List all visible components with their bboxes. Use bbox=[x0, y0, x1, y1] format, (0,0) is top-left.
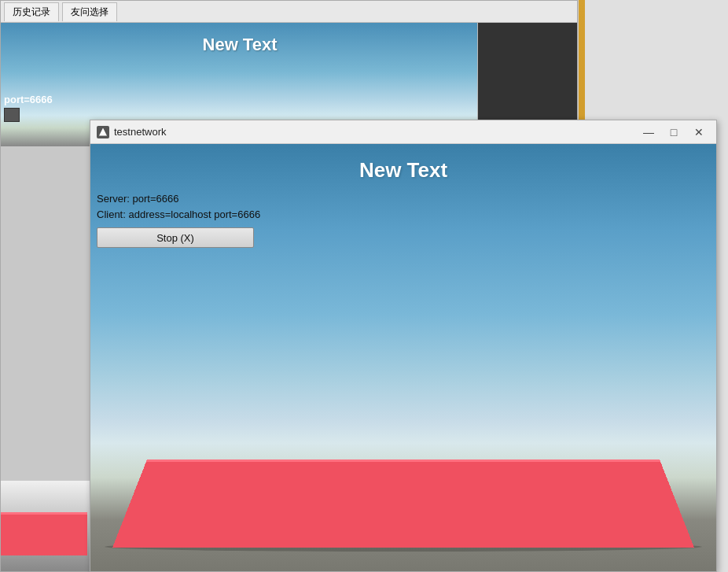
info-panel: Server: port=6666 Client: address=localh… bbox=[97, 191, 260, 248]
platform-container bbox=[90, 398, 716, 571]
minimize-button[interactable]: — bbox=[638, 124, 660, 141]
game-title: New Text bbox=[90, 158, 716, 183]
front-window-title: testnetwork bbox=[114, 126, 166, 138]
bg-port-label: port=6666 bbox=[4, 94, 53, 105]
bg-game-title: New Text bbox=[1, 35, 479, 55]
bg-tab-friends-label: 友问选择 bbox=[71, 6, 108, 19]
bg-red-platform bbox=[1, 481, 91, 571]
unity-icon-inner bbox=[99, 128, 107, 136]
front-window: testnetwork — □ ✕ New Text Server: port=… bbox=[90, 120, 717, 572]
close-button[interactable]: ✕ bbox=[688, 124, 710, 141]
client-label: Client: address=localhost port=6666 bbox=[97, 207, 260, 223]
titlebar-controls: — □ ✕ bbox=[638, 124, 710, 141]
bg-tab-history-label: 历史记录 bbox=[13, 6, 50, 19]
stop-button[interactable]: Stop (X) bbox=[97, 227, 254, 248]
front-game-area: New Text Server: port=6666 Client: addre… bbox=[90, 144, 716, 571]
platform-3d bbox=[112, 459, 694, 548]
bg-tab-history[interactable]: 历史记录 bbox=[4, 2, 59, 21]
server-label: Server: port=6666 bbox=[97, 191, 260, 207]
maximize-button[interactable]: □ bbox=[663, 124, 685, 141]
unity-icon bbox=[97, 126, 109, 138]
bg-tab-friends[interactable]: 友问选择 bbox=[62, 2, 117, 21]
front-titlebar: testnetwork — □ ✕ bbox=[90, 120, 716, 144]
bg-titlebar: 历史记录 友问选择 bbox=[1, 1, 577, 23]
bg-red-box bbox=[1, 512, 87, 555]
bg-scrollbar-top bbox=[478, 23, 577, 125]
bg-stop-btn bbox=[4, 108, 20, 122]
front-titlebar-left: testnetwork bbox=[97, 126, 166, 138]
